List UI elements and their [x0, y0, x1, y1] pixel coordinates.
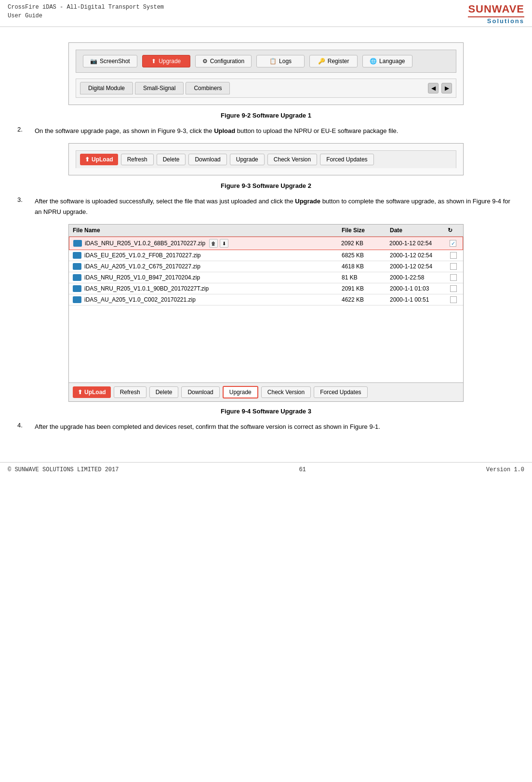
logo-box: SUNWAVE Solutions — [468, 3, 524, 25]
checkbox-cell-3[interactable] — [448, 263, 459, 270]
share-icon-2[interactable]: ▶ — [441, 83, 452, 93]
filedate-1: 2000-1-12 02:54 — [389, 240, 447, 247]
step3-number: 3. — [17, 196, 28, 217]
checkbox-cell-2[interactable] — [448, 252, 459, 259]
header-line2: User Guide — [8, 12, 164, 20]
filesize-4: 81 KB — [342, 274, 390, 281]
nav-register-button[interactable]: 🔑 Register — [309, 55, 358, 67]
step2-bold: Upload — [214, 127, 235, 134]
nav-language-button[interactable]: 🌐 Language — [362, 55, 412, 67]
upload-button-fig94[interactable]: ⬆ UpLoad — [73, 386, 111, 398]
upload-button-fig93[interactable]: ⬆ UpLoad — [80, 154, 118, 165]
checkbox-cell-1[interactable]: ✓ — [447, 240, 459, 247]
page-body: 📷 ScreenShot ⬆ Upgrade ⚙ Configuration 📋… — [0, 27, 532, 448]
nav-bar: 📷 ScreenShot ⬆ Upgrade ⚙ Configuration 📋… — [76, 50, 456, 73]
file-icon-2 — [73, 252, 81, 259]
file-icon-4 — [73, 274, 81, 281]
col-filesize: File Size — [342, 227, 390, 234]
nav-screenshot-label: ScreenShot — [100, 58, 130, 65]
fig93-toolbar: ⬆ UpLoad Refresh Delete Download Upgrade… — [76, 150, 456, 168]
file-row-name-4: iDAS_NRU_R205_V1.0_B947_20170204.zip — [73, 274, 342, 281]
table-row: iDAS_NRU_R205_V1.0_B947_20170204.zip 81 … — [69, 272, 463, 283]
page-header: CrossFire iDAS - All-Digital Transport S… — [0, 0, 532, 27]
page-footer: © SUNWAVE SOLUTIONS LIMITED 2017 61 Vers… — [0, 462, 532, 477]
filesize-1: 2092 KB — [341, 240, 389, 247]
filesize-3: 4618 KB — [342, 263, 390, 270]
col-filename: File Name — [73, 227, 342, 234]
file-row-name-5: iDAS_NRU_R205_V1.0.1_90BD_20170227T.zip — [73, 285, 342, 292]
checkbox-cell-5[interactable] — [448, 285, 459, 292]
logo-solutions: Solutions — [487, 17, 524, 25]
checkbox-cell-6[interactable] — [448, 296, 459, 303]
filename-2: iDAS_EU_E205_V1.0.2_FF0B_20170227.zip — [84, 252, 201, 259]
checkbox-2[interactable] — [450, 252, 457, 259]
figure-93-box: ⬆ UpLoad Refresh Delete Download Upgrade… — [68, 143, 464, 175]
register-icon: 🔑 — [318, 58, 325, 65]
upgrade-button-fig93[interactable]: Upgrade — [230, 154, 265, 165]
tab-small-signal[interactable]: Small-Signal — [135, 82, 184, 94]
checkbox-4[interactable] — [450, 274, 457, 281]
share-icon-1[interactable]: ◀ — [428, 83, 439, 93]
checkbox-3[interactable] — [450, 263, 457, 270]
nav-configuration-button[interactable]: ⚙ Configuration — [195, 55, 252, 67]
filename-5: iDAS_NRU_R205_V1.0.1_90BD_20170227T.zip — [84, 285, 209, 292]
filesize-5: 2091 KB — [342, 285, 390, 292]
table-row: iDAS_EU_E205_V1.0.2_FF0B_20170227.zip 68… — [69, 250, 463, 261]
download-button-fig93[interactable]: Download — [188, 154, 226, 165]
figure-92-box: 📷 ScreenShot ⬆ Upgrade ⚙ Configuration 📋… — [68, 42, 464, 105]
check-version-button-fig93[interactable]: Check Version — [267, 154, 317, 165]
filedate-4: 2000-1-22:58 — [390, 274, 448, 281]
tab-combiners[interactable]: Combiners — [186, 82, 230, 94]
forced-updates-button-fig94[interactable]: Forced Updates — [314, 386, 367, 398]
share-icons: ◀ ▶ — [428, 83, 452, 93]
file-row-name-1: iDAS_NRU_R205_V1.0.2_68B5_20170227.zip 🗑… — [73, 239, 341, 248]
file-actions-1: 🗑 ⬇ — [209, 239, 228, 248]
file-row-name-2: iDAS_EU_E205_V1.0.2_FF0B_20170227.zip — [73, 252, 342, 259]
step3-text: After the software is uploaded successfu… — [35, 196, 515, 217]
nav-upgrade-button[interactable]: ⬆ Upgrade — [142, 55, 190, 67]
table-row: iDAS_AU_A205_V1.0.2_C675_20170227.zip 46… — [69, 261, 463, 272]
delete-file-btn-1[interactable]: 🗑 — [209, 239, 218, 248]
nav-screenshot-button[interactable]: 📷 ScreenShot — [83, 55, 137, 67]
checkbox-6[interactable] — [450, 296, 457, 303]
fig93-caption: Figure 9-3 Software Upgrade 2 — [17, 182, 515, 189]
bottom-toolbar-fig94: ⬆ UpLoad Refresh Delete Download Upgrade… — [69, 383, 463, 401]
step4-paragraph: 4. After the upgrade has been completed … — [17, 422, 515, 432]
file-row-name-6: iDAS_AU_A205_V1.0_C002_20170221.zip — [73, 296, 342, 303]
delete-button-fig94[interactable]: Delete — [149, 386, 179, 398]
footer-right: Version 1.0 — [486, 466, 524, 473]
config-icon: ⚙ — [202, 58, 208, 65]
tab-digital-module[interactable]: Digital Module — [80, 82, 133, 94]
fig92-caption: Figure 9-2 Software Upgrade 1 — [17, 112, 515, 119]
step4-text: After the upgrade has been completed and… — [35, 422, 515, 432]
nav-language-label: Language — [379, 58, 405, 65]
nav-logs-button[interactable]: 📋 Logs — [256, 55, 305, 67]
upload-icon-2: ⬆ — [78, 389, 82, 396]
nav-logs-label: Logs — [279, 58, 292, 65]
filename-1: iDAS_NRU_R205_V1.0.2_68B5_20170227.zip — [85, 240, 205, 247]
checkbox-1[interactable]: ✓ — [450, 240, 456, 247]
file-icon-6 — [73, 296, 81, 303]
download-button-fig94[interactable]: Download — [181, 386, 219, 398]
upgrade-button-fig94[interactable]: Upgrade — [223, 386, 258, 398]
col-refresh-icon[interactable]: ↻ — [448, 227, 459, 234]
upload-label-fig94: UpLoad — [84, 389, 106, 396]
filename-4: iDAS_NRU_R205_V1.0_B947_20170204.zip — [84, 274, 200, 281]
refresh-button-fig93[interactable]: Refresh — [121, 154, 154, 165]
nav-configuration-label: Configuration — [210, 58, 244, 65]
file-icon-1 — [73, 240, 82, 247]
refresh-button-fig94[interactable]: Refresh — [114, 386, 146, 398]
forced-updates-button-fig93[interactable]: Forced Updates — [320, 154, 373, 165]
checkbox-5[interactable] — [450, 285, 457, 292]
filedate-2: 2000-1-12 02:54 — [390, 252, 448, 259]
check-version-button-fig94[interactable]: Check Version — [261, 386, 311, 398]
upload-icon: ⬆ — [85, 156, 90, 163]
download-file-btn-1[interactable]: ⬇ — [220, 239, 228, 248]
logs-icon: 📋 — [269, 58, 277, 65]
logo-sunwave: SUNWAVE — [468, 3, 524, 15]
delete-button-fig93[interactable]: Delete — [157, 154, 186, 165]
language-icon: 🌐 — [370, 58, 377, 65]
checkbox-cell-4[interactable] — [448, 274, 459, 281]
file-table-header: File Name File Size Date ↻ — [69, 225, 463, 237]
filesize-6: 4622 KB — [342, 296, 390, 303]
